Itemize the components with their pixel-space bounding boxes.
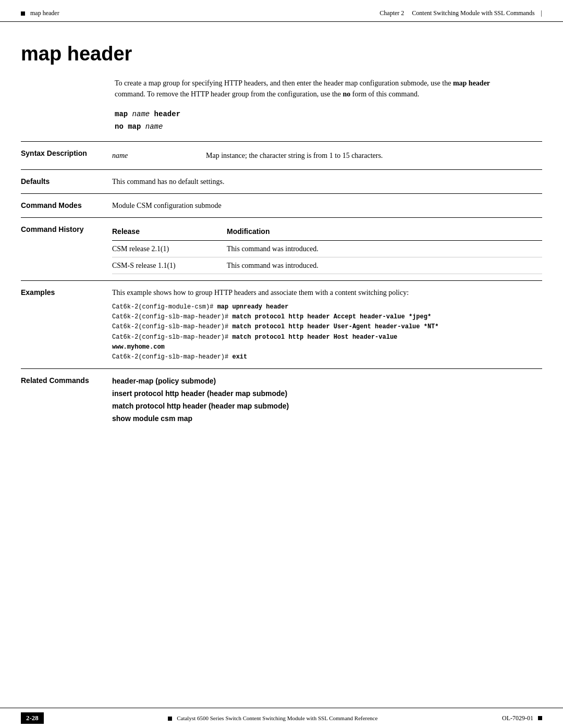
related-command-item: insert protocol http header (header map … [112,388,542,400]
footer-book-title: Catalyst 6500 Series Switch Content Swit… [177,715,377,721]
code-line: Cat6k-2(config-slb-map-header)# match pr… [112,332,542,342]
examples-intro: This example shows how to group HTTP hea… [112,287,542,298]
defaults-label: Defaults [21,176,112,187]
footer-center-text: Catalyst 6500 Series Switch Content Swit… [54,715,492,721]
history-modification-cell: This command was introduced. [227,257,542,274]
code-line: www.myhome.com [112,342,542,352]
history-col-release: Release [112,224,227,241]
intro-bold2: no [343,90,351,98]
intro-paragraph: To create a map group for specifying HTT… [115,78,521,100]
code-normal: Cat6k-2(config-module-csm)# [112,303,217,311]
syntax-line1-pre: map [115,110,132,118]
command-modes-section: Command Modes Module CSM configuration s… [21,193,542,217]
history-table-row: CSM-S release 1.1(1)This command was int… [112,257,542,274]
code-normal: Cat6k-2(config-slb-map-header)# [112,323,232,330]
code-bold: map upnready header [217,303,289,311]
page-title: map header [21,43,542,65]
intro-mid1: command. To remove the HTTP header group… [115,90,343,98]
syntax-description-content: name Map instance; the character string … [112,148,542,163]
command-modes-label: Command Modes [21,200,112,211]
examples-label: Examples [21,287,112,362]
syntax-line-2: no map name [115,122,542,131]
command-history-table: Release Modification CSM release 2.1(1)T… [112,224,542,274]
related-command-item: show module csm map [112,413,542,425]
history-header-row: Release Modification [112,224,542,241]
related-command-item: header-map (policy submode) [112,375,542,388]
history-release-cell: CSM release 2.1(1) [112,241,227,257]
syntax-param: name [112,148,206,163]
command-history-label: Command History [21,224,112,274]
header-right: Chapter 2 Content Switching Module with … [380,9,542,17]
related-commands-content: header-map (policy submode)insert protoc… [112,375,542,425]
code-line: Cat6k-2(config-module-csm)# map upnready… [112,302,542,312]
defaults-content: This command has no default settings. [112,176,542,187]
intro-mid2: form of this command. [350,90,419,98]
code-bold: match protocol http header User-Agent he… [232,323,438,330]
command-history-section: Command History Release Modification CSM… [21,217,542,280]
page-header: map header Chapter 2 Content Switching M… [0,0,563,22]
header-chapter-title: Content Switching Module with SSL Comman… [412,9,534,17]
footer-ol-number: OL-7029-01 [502,714,533,722]
syntax-block: map name header no map name [115,110,542,131]
footer-square-icon [168,717,172,721]
related-commands-label: Related Commands [21,375,112,425]
main-content: map header To create a map group for spe… [0,22,563,473]
footer-doc-number: OL-7029-01 [502,714,542,722]
syntax-param-desc: Map instance; the character string is fr… [206,148,542,163]
code-line: Cat6k-2(config-slb-map-header)# match pr… [112,312,542,322]
footer-right-square-icon [538,716,542,720]
header-square-icon [21,11,25,16]
examples-code-block: Cat6k-2(config-module-csm)# map upnready… [112,302,542,362]
history-release-cell: CSM-S release 1.1(1) [112,257,227,274]
examples-section: Examples This example shows how to group… [21,280,542,368]
code-normal: Cat6k-2(config-slb-map-header)# [112,313,232,320]
header-left: map header [21,9,59,17]
related-command-item: match protocol http header (header map s… [112,400,542,413]
code-normal: Cat6k-2(config-slb-map-header)# [112,353,232,361]
defaults-section: Defaults This command has no default set… [21,169,542,193]
history-table-row: CSM release 2.1(1)This command was intro… [112,241,542,257]
syntax-description-section: Syntax Description name Map instance; th… [21,141,542,169]
code-bold: exit [232,353,247,361]
syntax-line1-italic: name [132,110,150,118]
header-bar: | [541,9,542,17]
syntax-desc-table: name Map instance; the character string … [112,148,542,163]
related-commands-section: Related Commands header-map (policy subm… [21,368,542,431]
history-modification-cell: This command was introduced. [227,241,542,257]
history-col-modification: Modification [227,224,542,241]
code-bold: match protocol http header Accept header… [232,313,431,320]
footer-page-number: 2-28 [21,712,44,724]
command-history-content: Release Modification CSM release 2.1(1)T… [112,224,542,274]
syntax-desc-row: name Map instance; the character string … [112,148,542,163]
syntax-line2-pre: no map [115,122,145,131]
page-footer: 2-28 Catalyst 6500 Series Switch Content… [0,708,563,728]
code-bold: match protocol http header Host header-v… [232,334,397,341]
related-commands-list: header-map (policy submode)insert protoc… [112,375,542,425]
syntax-line1-post: header [150,110,180,118]
header-chapter: Chapter 2 [380,9,404,17]
code-line: Cat6k-2(config-slb-map-header)# exit [112,352,542,362]
command-modes-content: Module CSM configuration submode [112,200,542,211]
code-normal: Cat6k-2(config-slb-map-header)# [112,334,232,341]
syntax-line2-italic: name [145,122,163,131]
intro-bold1: map header [453,79,490,87]
header-section-label: map header [30,9,59,17]
code-bold: www.myhome.com [112,343,165,351]
intro-text-before: To create a map group for specifying HTT… [115,79,453,87]
code-line: Cat6k-2(config-slb-map-header)# match pr… [112,322,542,332]
syntax-line-1: map name header [115,110,542,118]
syntax-description-label: Syntax Description [21,148,112,163]
examples-content: This example shows how to group HTTP hea… [112,287,542,362]
